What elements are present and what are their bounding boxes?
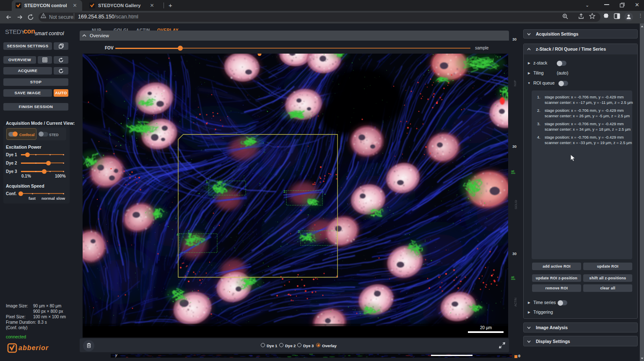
svg-text:1: 1 (206, 180, 208, 184)
svg-text:3: 3 (298, 229, 300, 234)
svg-text:2: 2 (283, 189, 286, 193)
svg-text:4: 4 (177, 232, 179, 237)
svg-text:20 µm: 20 µm (480, 325, 492, 330)
